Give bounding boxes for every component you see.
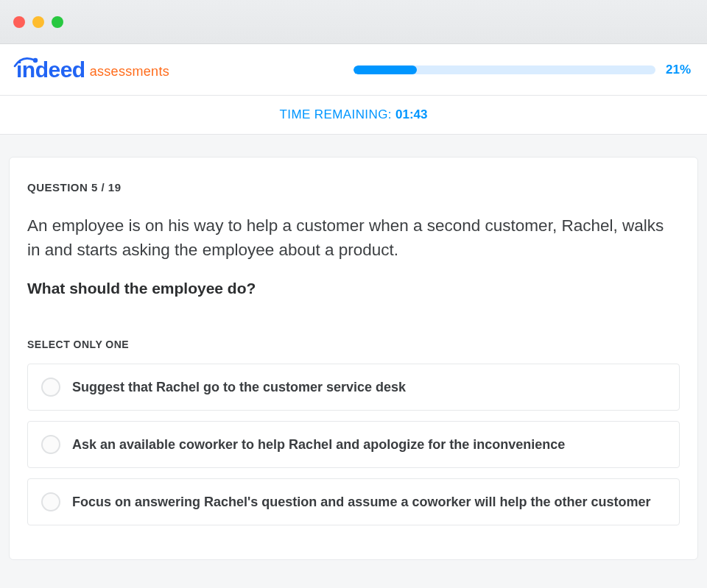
timer-label: TIME REMAINING: [280, 107, 396, 121]
logo-suffix: assessments [90, 64, 169, 79]
fullscreen-window-button[interactable] [52, 16, 63, 28]
answer-option[interactable]: Focus on answering Rachel's question and… [27, 478, 680, 525]
answer-option[interactable]: Ask an available coworker to help Rachel… [27, 421, 680, 468]
question-counter: QUESTION 5 / 19 [27, 181, 680, 194]
close-window-button[interactable] [13, 16, 25, 28]
option-text: Suggest that Rachel go to the customer s… [72, 380, 406, 395]
radio-icon [41, 435, 60, 454]
minimize-window-button[interactable] [32, 16, 44, 28]
logo-swoosh-icon [13, 56, 38, 68]
question-prompt: What should the employee do? [27, 280, 680, 297]
logo-brand: indeed [16, 59, 85, 81]
progress-group: 21% [354, 63, 691, 77]
progress-percent: 21% [666, 63, 691, 77]
timer-bar: TIME REMAINING: 01:43 [0, 96, 707, 135]
progress-fill [354, 65, 417, 74]
window-titlebar [0, 0, 707, 44]
content-area: QUESTION 5 / 19 An employee is on his wa… [0, 135, 707, 560]
option-text: Ask an available coworker to help Rachel… [72, 437, 565, 453]
question-scenario: An employee is on his way to help a cust… [27, 214, 680, 262]
timer-value: 01:43 [395, 107, 427, 121]
progress-bar [354, 65, 655, 74]
svg-point-0 [33, 57, 38, 62]
traffic-lights [13, 16, 63, 28]
radio-icon [41, 492, 60, 511]
select-instruction: SELECT ONLY ONE [27, 339, 680, 350]
answer-option[interactable]: Suggest that Rachel go to the customer s… [27, 364, 680, 411]
logo: indeed assessments [16, 59, 169, 81]
radio-icon [41, 378, 60, 397]
question-card: QUESTION 5 / 19 An employee is on his wa… [9, 157, 698, 560]
header-bar: indeed assessments 21% [0, 44, 707, 96]
option-text: Focus on answering Rachel's question and… [72, 495, 650, 510]
